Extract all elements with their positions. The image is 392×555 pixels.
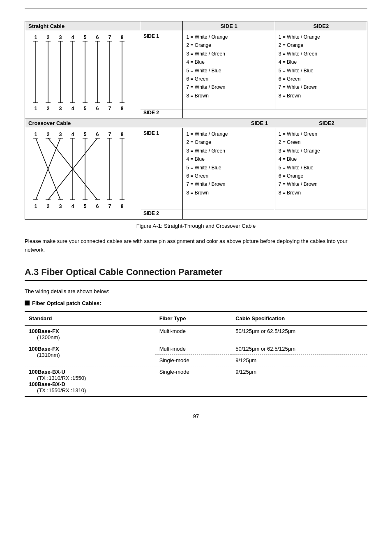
- svg-text:4: 4: [71, 204, 74, 209]
- fiber-row-2a-spec: 50/125μm or 62.5/125μm: [231, 343, 367, 354]
- fiber-row-1: 100Base-FX (1300nm) Multi-mode 50/125μm …: [25, 325, 367, 343]
- page-number: 97: [25, 413, 367, 419]
- svg-text:2: 2: [47, 106, 50, 111]
- side-spacer: [140, 21, 183, 31]
- svg-text:8: 8: [121, 204, 124, 209]
- straight-cable-svg: 1 2 3 4 5 6 7 8: [28, 33, 131, 115]
- svg-text:1: 1: [35, 106, 37, 111]
- crossover-side2-header: SIDE2: [294, 120, 360, 126]
- fiber-table: Standard Fiber Type Cable Specification …: [25, 311, 367, 397]
- fiber-row-2-standard: 100Base-FX (1310nm): [25, 343, 155, 366]
- svg-text:2: 2: [47, 35, 50, 40]
- svg-text:3: 3: [59, 106, 62, 111]
- crossover-cable-svg: 1 2 3 4 5 6 7 8: [28, 130, 131, 216]
- straight-side2-pins: 1 = White / Orange 2 = Orange 3 = White …: [275, 31, 367, 109]
- crossover-cable-diagram: 1 2 3 4 5 6 7 8: [25, 128, 140, 220]
- svg-text:6: 6: [96, 35, 99, 40]
- side2-header: SIDE2: [275, 21, 367, 31]
- svg-text:6: 6: [96, 106, 99, 111]
- straight-side1-pins: 1 = White / Orange 2 = Orange 3 = White …: [183, 31, 275, 109]
- svg-text:7: 7: [108, 35, 111, 40]
- svg-text:7: 7: [108, 106, 111, 111]
- fiber-col-spec: Cable Specification: [231, 312, 367, 325]
- svg-text:6: 6: [96, 132, 99, 137]
- fiber-row-2b-spec: 9/125μm: [231, 354, 367, 366]
- crossover-side2-label: SIDE 2: [140, 210, 183, 219]
- crossover-side1-header: SIDE 1: [226, 120, 292, 126]
- straight-side1-label: SIDE 1: [140, 31, 183, 109]
- fiber-row-2a: 100Base-FX (1310nm) Multi-mode 50/125μm …: [25, 343, 367, 354]
- section-heading: A.3 Fiber Optical Cable Connection Param…: [25, 267, 367, 281]
- bullet-square-icon: [25, 301, 30, 305]
- fiber-row-2a-type: Multi-mode: [155, 343, 232, 354]
- svg-text:4: 4: [71, 132, 74, 137]
- svg-text:8: 8: [121, 106, 124, 111]
- svg-text:3: 3: [59, 35, 62, 40]
- svg-text:4: 4: [71, 106, 74, 111]
- svg-text:3: 3: [59, 204, 62, 209]
- fiber-col-type: Fiber Type: [155, 312, 232, 325]
- svg-text:1: 1: [35, 204, 37, 209]
- straight-cable-diagram: 1 2 3 4 5 6 7 8: [25, 31, 140, 118]
- svg-text:1: 1: [35, 35, 37, 40]
- crossover-side1-pins: 1 = White / Orange 2 = Orange 3 = White …: [183, 128, 275, 210]
- straight-side2-label: SIDE 2: [140, 109, 183, 118]
- crossover-side1-label: SIDE 1: [140, 128, 183, 210]
- fiber-row-1-type: Multi-mode: [155, 325, 232, 343]
- sub-description: The wiring details are shown below:: [25, 288, 367, 294]
- crossover-side2-pins: 1 = White / Green 2 = Green 3 = White / …: [275, 128, 367, 210]
- svg-text:8: 8: [121, 132, 124, 137]
- svg-text:5: 5: [84, 35, 87, 40]
- fiber-row-3-type: Single-mode: [155, 366, 232, 396]
- svg-text:5: 5: [84, 132, 87, 137]
- fiber-row-3-spec: 9/125μm: [231, 366, 367, 396]
- svg-text:2: 2: [47, 204, 50, 209]
- side1-header: SIDE 1: [183, 21, 275, 31]
- straight-cable-header: Straight Cable: [25, 21, 140, 31]
- fiber-row-3-standard: 100Base-BX-U (TX :1310/RX :1550) 100Base…: [25, 366, 155, 396]
- svg-text:7: 7: [108, 132, 111, 137]
- svg-text:4: 4: [71, 35, 74, 40]
- svg-text:3: 3: [59, 132, 62, 137]
- description-text: Please make sure your connected cables a…: [25, 237, 367, 254]
- fiber-row-1-standard: 100Base-FX (1300nm): [25, 325, 155, 343]
- svg-text:8: 8: [121, 35, 124, 40]
- svg-text:5: 5: [84, 204, 87, 209]
- crossover-cable-header: Crossover Cable SIDE 1 SIDE2: [25, 118, 367, 128]
- fiber-row-1-spec: 50/125μm or 62.5/125μm: [231, 325, 367, 343]
- straight-side2-empty: [183, 109, 367, 118]
- cable-diagram-table: Straight Cable SIDE 1 SIDE2 1 2 3 4 5 6: [25, 21, 367, 220]
- svg-text:5: 5: [84, 106, 87, 111]
- svg-text:6: 6: [96, 204, 99, 209]
- figure-caption: Figure A-1: Straight-Through and Crossov…: [25, 223, 367, 229]
- svg-text:2: 2: [47, 132, 50, 137]
- crossover-side2-empty: [183, 210, 367, 219]
- fiber-bullet-label: Fiber Optical patch Cables:: [25, 300, 367, 306]
- svg-text:7: 7: [108, 204, 111, 209]
- fiber-row-2b-type: Single-mode: [155, 354, 232, 366]
- fiber-row-3: 100Base-BX-U (TX :1310/RX :1550) 100Base…: [25, 366, 367, 396]
- top-divider: [25, 8, 367, 9]
- fiber-col-standard: Standard: [25, 312, 155, 325]
- svg-text:1: 1: [35, 132, 37, 137]
